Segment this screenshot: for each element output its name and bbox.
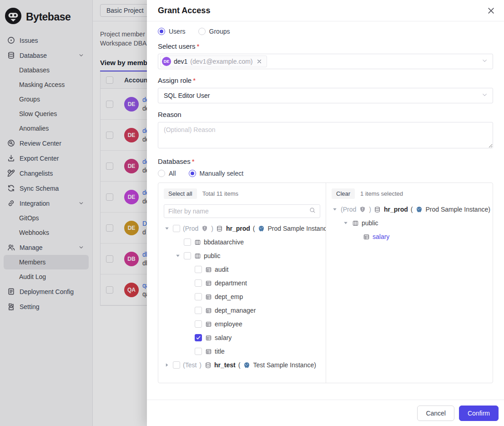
database-icon	[204, 361, 212, 369]
databases-radio-group: All Manually select	[158, 170, 493, 177]
node-name: hr_test	[214, 361, 236, 369]
radio-all[interactable]: All	[158, 170, 176, 177]
database-tree: (Prod)hr_prod(Prod Sample Instance)bbdat…	[164, 222, 320, 372]
schema-icon	[194, 238, 201, 246]
instance-name: Prod Sample Instance)	[267, 225, 326, 232]
caret-down-icon[interactable]	[343, 221, 349, 225]
node-checkbox[interactable]	[173, 225, 180, 232]
caret-down-icon[interactable]	[332, 207, 338, 212]
tree-node-salary[interactable]: salary	[332, 230, 487, 243]
node-name: bbdataarchive	[204, 238, 244, 246]
node-name: salary	[215, 334, 232, 341]
database-icon	[374, 206, 381, 213]
node-checkbox[interactable]	[184, 238, 191, 246]
tree-node-hr_test[interactable]: (Test)hr_test(Test Sample Instance)	[164, 358, 320, 372]
node-name: public	[362, 219, 378, 227]
database-selector-selected-panel: Clear 1 items selected (Prod)hr_prod(Pro…	[326, 183, 493, 383]
tree-node-employee[interactable]: employee	[164, 317, 320, 331]
radio-all-label: All	[169, 170, 176, 177]
postgres-icon	[415, 206, 423, 213]
select-users-label: Select users*	[158, 42, 493, 50]
instance-name: Prod Sample Instance)	[425, 206, 490, 213]
node-checkbox[interactable]	[195, 266, 202, 273]
tree-node-public[interactable]: public	[332, 216, 487, 230]
dialog-title: Grant Access	[158, 6, 486, 15]
node-name: employee	[215, 320, 242, 328]
chip-remove-icon[interactable]	[256, 58, 263, 65]
reason-textarea[interactable]	[158, 122, 493, 148]
radio-users-label: Users	[169, 28, 186, 35]
node-checkbox[interactable]	[195, 348, 202, 355]
node-name: dept_manager	[215, 307, 256, 314]
tree-node-dept_manager[interactable]: dept_manager	[164, 304, 320, 317]
chevron-down-icon	[481, 57, 488, 66]
node-name: department	[215, 279, 247, 287]
node-name: dept_emp	[215, 293, 243, 300]
table-icon	[363, 233, 370, 240]
node-checkbox[interactable]	[195, 334, 202, 341]
filter-input-wrap	[164, 204, 320, 218]
assign-role-value: SQL Editor User	[164, 92, 210, 99]
node-name: public	[204, 252, 221, 259]
select-all-button[interactable]: Select all	[164, 188, 197, 199]
tree-node-public[interactable]: public	[164, 249, 320, 263]
cancel-button[interactable]: Cancel	[417, 406, 454, 421]
caret-right-icon[interactable]	[164, 363, 170, 367]
member-type-radio-group: Users Groups	[158, 28, 493, 35]
assign-role-label: Assign role*	[158, 76, 493, 84]
reason-label: Reason	[158, 111, 493, 118]
node-checkbox[interactable]	[184, 252, 191, 259]
node-name: hr_prod	[226, 225, 250, 232]
table-icon	[205, 307, 212, 314]
tree-node-title[interactable]: title	[164, 345, 320, 358]
tree-node-audit[interactable]: audit	[164, 263, 320, 276]
environment-label: (Prod	[341, 206, 356, 213]
tree-node-department[interactable]: department	[164, 276, 320, 290]
filter-by-name-input[interactable]	[168, 208, 307, 215]
radio-users[interactable]: Users	[158, 28, 186, 35]
tree-node-dept_emp[interactable]: dept_emp	[164, 290, 320, 304]
instance-name: Test Sample Instance)	[253, 361, 316, 369]
dialog-header: Grant Access	[147, 0, 504, 21]
total-items-label: Total 11 items	[202, 190, 238, 197]
node-checkbox[interactable]	[195, 293, 202, 300]
node-name: audit	[215, 266, 228, 273]
search-icon	[309, 207, 316, 215]
node-checkbox[interactable]	[195, 279, 202, 287]
radio-groups[interactable]: Groups	[198, 28, 230, 35]
tree-node-hr_prod[interactable]: (Prod)hr_prod(Prod Sample Instance)	[164, 222, 320, 235]
shield-exclamation-icon	[201, 225, 208, 232]
shield-exclamation-icon	[359, 206, 366, 213]
radio-manually-select-control[interactable]	[189, 170, 196, 177]
postgres-icon	[257, 225, 265, 232]
radio-users-control[interactable]	[158, 28, 165, 35]
table-icon	[205, 334, 212, 341]
radio-all-control[interactable]	[158, 170, 165, 177]
databases-label: Databases*	[158, 157, 493, 165]
clear-button[interactable]: Clear	[332, 188, 355, 199]
tree-node-salary[interactable]: salary	[164, 331, 320, 345]
table-icon	[205, 348, 212, 355]
node-name: hr_prod	[384, 206, 408, 213]
caret-down-icon[interactable]	[164, 226, 170, 231]
node-name: title	[215, 348, 225, 355]
dialog-body: Users Groups Select users* DE dev1 (dev1…	[147, 21, 504, 400]
radio-groups-control[interactable]	[198, 28, 206, 35]
table-icon	[205, 293, 212, 300]
node-checkbox[interactable]	[195, 320, 202, 328]
select-users-input[interactable]: DE dev1 (dev1@example.com)	[158, 54, 493, 69]
node-checkbox[interactable]	[195, 307, 202, 314]
assign-role-select[interactable]: SQL Editor User	[158, 88, 493, 103]
tree-node-hr_prod[interactable]: (Prod)hr_prod(Prod Sample Instance)	[332, 203, 487, 216]
radio-manually-select[interactable]: Manually select	[189, 170, 244, 177]
node-checkbox[interactable]	[173, 361, 180, 369]
schema-icon	[194, 252, 201, 259]
confirm-button[interactable]: Confirm	[459, 406, 499, 421]
tree-node-bbdataarchive[interactable]: bbdataarchive	[164, 235, 320, 249]
caret-down-icon[interactable]	[175, 254, 181, 258]
postgres-icon	[243, 361, 250, 369]
node-name: salary	[373, 233, 389, 240]
database-selector: Select all Total 11 items (Prod)hr_prod(…	[158, 183, 493, 383]
close-icon[interactable]	[486, 5, 496, 15]
database-icon	[216, 225, 223, 232]
